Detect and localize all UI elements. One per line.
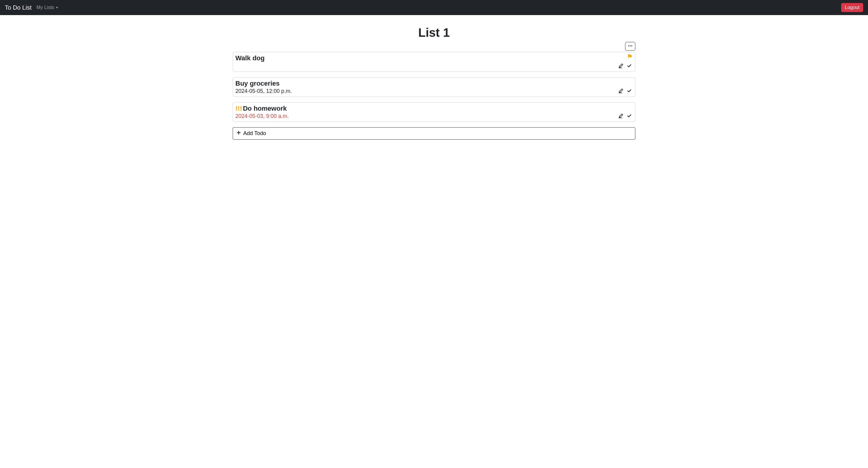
edit-icon [618, 63, 624, 69]
complete-button[interactable] [627, 88, 632, 94]
navbar: To Do List My Lists Logout [0, 0, 868, 15]
flag-icon [627, 54, 632, 60]
todo-date: 2024-05-05, 12:00 p.m. [236, 88, 618, 94]
todo-title-text: Do homework [243, 105, 287, 112]
add-todo-label: Add Todo [243, 130, 266, 137]
svg-point-1 [630, 46, 631, 47]
my-lists-label: My Lists [36, 5, 54, 10]
list-actions-row [233, 42, 635, 51]
nav-links: My Lists [36, 2, 841, 13]
todo-title: !!!Do homework [236, 105, 618, 113]
list-title: List 1 [233, 26, 635, 39]
todo-actions [618, 88, 632, 94]
todo-card: !!!Do homework 2024-05-03, 9:00 a.m. [233, 102, 635, 122]
todo-actions [618, 63, 632, 69]
complete-button[interactable] [627, 113, 632, 119]
plus-icon [236, 130, 243, 137]
ellipsis-icon [628, 43, 632, 49]
check-icon [627, 88, 632, 94]
todo-title: Buy groceries [236, 80, 618, 87]
logout-button[interactable]: Logout [841, 3, 863, 12]
todo-date: 2024-05-03, 9:00 a.m. [236, 113, 618, 119]
todo-card: Buy groceries 2024-05-05, 12:00 p.m. [233, 77, 635, 97]
todo-card: Walk dog [233, 52, 635, 72]
edit-button[interactable] [618, 113, 624, 119]
edit-icon [618, 88, 624, 94]
check-icon [627, 113, 632, 119]
edit-button[interactable] [618, 63, 624, 69]
priority-indicator: !!! [236, 105, 242, 112]
edit-icon [618, 113, 624, 119]
my-lists-dropdown[interactable]: My Lists [36, 2, 58, 13]
brand-link[interactable]: To Do List [5, 3, 32, 13]
chevron-down-icon [56, 7, 58, 8]
todo-title: Walk dog [236, 54, 632, 62]
edit-button[interactable] [618, 88, 624, 94]
todo-actions [618, 113, 632, 119]
main-container: List 1 Walk dog [229, 26, 639, 140]
svg-point-2 [631, 46, 632, 47]
complete-button[interactable] [627, 63, 632, 69]
check-icon [627, 63, 632, 69]
svg-point-0 [628, 46, 629, 47]
add-todo-button[interactable]: Add Todo [233, 127, 635, 140]
list-more-button[interactable] [625, 42, 635, 51]
